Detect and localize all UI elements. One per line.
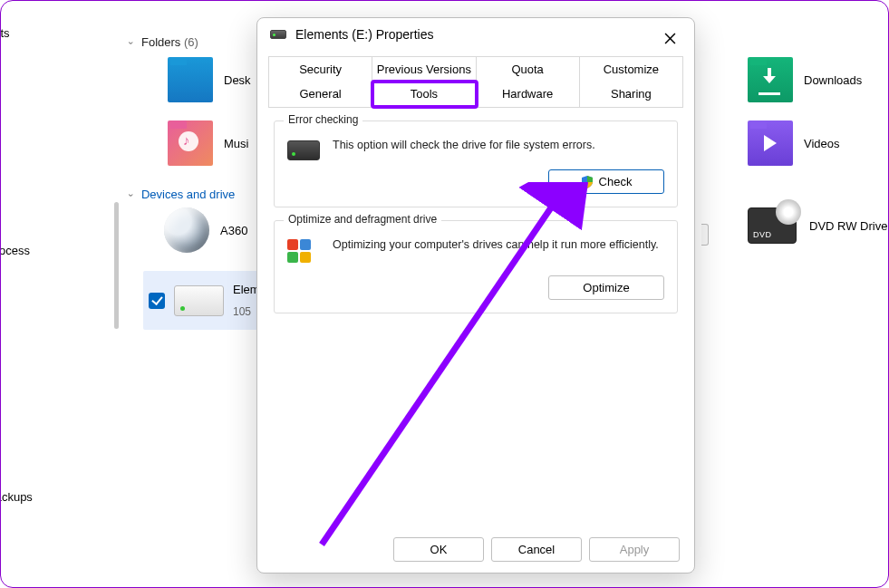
close-icon bbox=[664, 33, 676, 44]
drive-icon bbox=[270, 30, 286, 39]
folders-count: (6) bbox=[184, 35, 198, 49]
dialog-footer: OK Cancel Apply bbox=[257, 537, 694, 562]
folders-section-header[interactable]: › Folders (6) bbox=[130, 35, 198, 49]
folder-label: Videos bbox=[804, 137, 840, 150]
shield-icon bbox=[581, 176, 594, 188]
apply-button: Apply bbox=[589, 537, 680, 562]
group-legend: Optimize and defragment drive bbox=[284, 213, 441, 226]
disc-icon bbox=[776, 199, 801, 225]
tab-general[interactable]: General bbox=[268, 82, 372, 107]
tab-security[interactable]: Security bbox=[268, 56, 372, 82]
tab-previous-versions[interactable]: Previous Versions bbox=[372, 56, 476, 82]
drive-icon bbox=[287, 140, 320, 160]
drive-label: A360 bbox=[220, 224, 247, 237]
drive-a360[interactable]: A360 bbox=[164, 207, 247, 253]
scrollbar[interactable] bbox=[114, 202, 119, 329]
folder-icon bbox=[748, 120, 793, 166]
folder-icon bbox=[748, 57, 793, 102]
optimize-button-label: Optimize bbox=[583, 281, 629, 294]
dialog-title: Elements (E:) Properties bbox=[295, 27, 434, 42]
optimize-group: Optimize and defragment drive Optimizing… bbox=[274, 220, 678, 313]
drive-label: DVD RW Drive bbox=[809, 219, 887, 233]
checkbox-checked-icon[interactable] bbox=[149, 293, 165, 309]
resize-handle[interactable] bbox=[701, 224, 709, 246]
dvd-drive-icon: DVD bbox=[748, 207, 797, 244]
error-checking-group: Error checking This option will check th… bbox=[274, 120, 678, 207]
check-button-label: Check bbox=[599, 175, 633, 188]
sidebar-item-fragment: Process bbox=[0, 244, 30, 257]
drive-icon bbox=[174, 285, 224, 316]
devices-section-header[interactable]: › Devices and drive bbox=[130, 188, 235, 201]
folder-icon bbox=[168, 120, 213, 166]
play-icon bbox=[764, 135, 777, 151]
folder-label: Desk bbox=[224, 73, 251, 87]
folder-icon bbox=[168, 57, 213, 102]
a360-icon bbox=[164, 207, 209, 253]
group-legend: Error checking bbox=[284, 113, 362, 126]
tab-hardware[interactable]: Hardware bbox=[477, 82, 580, 107]
chevron-down-icon: › bbox=[126, 194, 136, 197]
download-arrow-icon bbox=[761, 68, 778, 84]
chevron-down-icon: › bbox=[126, 42, 136, 44]
folder-music[interactable]: Musi bbox=[168, 120, 248, 166]
close-button[interactable] bbox=[654, 25, 685, 51]
folder-downloads[interactable]: Downloads bbox=[748, 57, 862, 102]
error-checking-text: This option will check the drive for fil… bbox=[333, 138, 664, 153]
cancel-button[interactable]: Cancel bbox=[491, 537, 582, 562]
tab-strip: Security Previous Versions Quota Customi… bbox=[268, 56, 683, 108]
tab-customize[interactable]: Customize bbox=[580, 56, 683, 82]
tab-tools[interactable]: Tools bbox=[372, 82, 476, 107]
folder-label: Downloads bbox=[804, 73, 862, 87]
folder-label: Musi bbox=[224, 137, 248, 150]
properties-dialog: Elements (E:) Properties Security Previo… bbox=[256, 17, 695, 574]
dialog-titlebar[interactable]: Elements (E:) Properties bbox=[257, 18, 694, 47]
folder-desktop[interactable]: Desk bbox=[168, 57, 251, 102]
drive-dvd[interactable]: DVD DVD RW Drive bbox=[748, 207, 887, 244]
optimize-button[interactable]: Optimize bbox=[548, 275, 664, 300]
sidebar-item-fragment: Backups bbox=[0, 490, 33, 504]
check-button[interactable]: Check bbox=[548, 169, 664, 194]
defragment-icon bbox=[287, 239, 320, 266]
ok-button[interactable]: OK bbox=[393, 537, 484, 562]
music-note-icon bbox=[179, 131, 198, 151]
tab-quota[interactable]: Quota bbox=[477, 56, 580, 82]
folders-label: Folders bbox=[141, 35, 180, 49]
devices-label: Devices and drive bbox=[141, 188, 235, 201]
optimize-text: Optimizing your computer's drives can he… bbox=[333, 237, 664, 253]
tab-sharing[interactable]: Sharing bbox=[580, 82, 683, 107]
folder-videos[interactable]: Videos bbox=[748, 120, 840, 166]
sidebar-item-fragment: ents bbox=[0, 26, 10, 40]
